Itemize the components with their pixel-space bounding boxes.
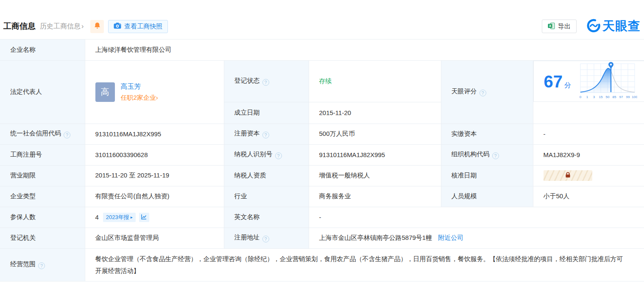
table-row: 经营范围? 餐饮企业管理（不含食品生产经营），企业管理咨询（除经纪），企业营销策… xyxy=(0,248,644,281)
company-name-value: 上海绿洋餐饮管理有限公司 xyxy=(85,39,644,61)
reg-address-value: 上海市金山区亭林镇南亭公路5879号1幢 xyxy=(319,234,432,242)
taxpayer-id-value: 91310116MA1J82X995 xyxy=(309,144,441,165)
insured-count-cell: 4 2023年报▸ xyxy=(85,207,224,228)
industry-value: 商务服务业 xyxy=(309,186,441,207)
line-chart-icon xyxy=(141,214,147,221)
help-icon[interactable]: ? xyxy=(262,132,269,138)
reg-capital-label: 注册资本? xyxy=(224,124,309,144)
brand-name: 天眼查 xyxy=(602,18,641,35)
help-icon[interactable]: ? xyxy=(480,90,486,96)
page-title: 工商信息 xyxy=(3,21,36,32)
nearby-companies-link[interactable]: 附近公司 xyxy=(438,234,463,242)
reg-status-label: 登记状态? xyxy=(224,61,309,102)
reg-capital-value: 500万人民币 xyxy=(309,124,441,144)
taxpayer-id-label: 纳税人识别号? xyxy=(224,144,309,165)
help-icon[interactable]: ? xyxy=(492,152,499,159)
score-distribution-chart: 0 1 3 15 50 85 97 99 100 xyxy=(578,61,637,101)
org-code-value: MA1J82X9-9 xyxy=(533,144,644,165)
score-label: 天眼评分? xyxy=(441,61,533,124)
english-name-label: 英文名称 xyxy=(224,207,309,228)
svg-text:0: 0 xyxy=(580,95,582,99)
table-row: 企业类型 有限责任公司(自然人独资) 行业 商务服务业 人员规模 小于50人 xyxy=(0,186,644,207)
establish-date-value: 2015-11-20 xyxy=(309,102,441,124)
svg-text:97: 97 xyxy=(619,95,623,99)
business-scope-value: 餐饮企业管理（不含食品生产经营），企业管理咨询（除经纪），企业营销策划，食用农产… xyxy=(85,248,644,281)
english-name-value: - xyxy=(309,207,644,228)
company-name-label: 企业名称 xyxy=(0,39,85,61)
insured-count-value: 4 xyxy=(95,214,99,221)
table-row: 企业名称 上海绿洋餐饮管理有限公司 xyxy=(0,39,644,61)
lock-icon xyxy=(565,172,571,179)
triangle-right-icon: ▸ xyxy=(131,215,133,219)
reg-number-value: 310116003390628 xyxy=(85,144,224,165)
business-term-label: 营业期限 xyxy=(0,165,85,186)
taxpayer-quality-label: 纳税人资质 xyxy=(224,165,309,186)
view-business-snapshot-button[interactable]: 查看工商快照 xyxy=(108,20,168,33)
establish-date-label: 成立日期 xyxy=(224,102,309,124)
score-number: 67分 xyxy=(544,73,572,90)
reg-address-label: 注册地址? xyxy=(224,228,309,248)
tianyancha-logo[interactable]: 天眼查 xyxy=(587,18,641,35)
staff-size-label: 人员规模 xyxy=(441,186,533,207)
credit-code-value: 91310116MA1J82X995 xyxy=(85,124,224,144)
legal-rep-name-link[interactable]: 高玉芳 xyxy=(121,82,158,91)
staff-size-value: 小于50人 xyxy=(533,186,644,207)
org-code-label: 组织机构代码? xyxy=(441,144,533,165)
legal-rep-avatar[interactable]: 高 xyxy=(95,82,115,102)
chevron-right-icon: › xyxy=(81,23,84,30)
company-type-label: 企业类型 xyxy=(0,186,85,207)
reg-address-cell: 上海市金山区亭林镇南亭公路5879号1幢 附近公司 xyxy=(309,228,644,248)
excel-icon: X xyxy=(548,23,555,31)
legal-rep-positions-link[interactable]: 任职2家企业› xyxy=(121,94,158,102)
help-icon[interactable]: ? xyxy=(262,236,269,242)
table-row: 营业期限 2015-11-20 至 2025-11-19 纳税人资质 增值税一般… xyxy=(0,165,644,186)
business-term-value: 2015-11-20 至 2025-11-19 xyxy=(85,165,224,186)
svg-text:1: 1 xyxy=(586,95,588,99)
taxpayer-quality-value: 增值税一般纳税人 xyxy=(309,165,441,186)
table-row: 登记机关 金山区市场监督管理局 注册地址? 上海市金山区亭林镇南亭公路5879号… xyxy=(0,228,644,248)
table-row: 工商注册号 310116003390628 纳税人识别号? 91310116MA… xyxy=(0,144,644,165)
legal-rep-cell: 高 高玉芳 任职2家企业› xyxy=(85,61,224,124)
bell-icon xyxy=(94,22,100,31)
industry-label: 行业 xyxy=(224,186,309,207)
svg-text:15: 15 xyxy=(599,95,603,99)
company-type-value: 有限责任公司(自然人独资) xyxy=(85,186,224,207)
score-cell: 67分 xyxy=(533,61,644,102)
approval-date-label: 核准日期 xyxy=(441,165,533,186)
approval-date-value xyxy=(533,165,644,186)
reg-number-label: 工商注册号 xyxy=(0,144,85,165)
svg-text:99: 99 xyxy=(626,95,630,99)
business-scope-label: 经营范围? xyxy=(0,248,85,281)
toolbar: 工商信息 历史工商信息› 查看工商快照 X 导出 天眼查 xyxy=(0,19,644,34)
insured-count-label: 参保人数 xyxy=(0,207,85,228)
help-icon[interactable]: ? xyxy=(275,152,282,159)
table-row: 参保人数 4 2023年报▸ 英文名称 - xyxy=(0,207,644,228)
credit-code-label: 统一社会信用代码? xyxy=(0,124,85,144)
reg-authority-value: 金山区市场监督管理局 xyxy=(85,228,224,248)
history-info-link[interactable]: 历史工商信息› xyxy=(40,22,84,31)
legal-rep-label: 法定代表人 xyxy=(0,61,85,124)
table-row: 统一社会信用代码? 91310116MA1J82X995 注册资本? 500万人… xyxy=(0,124,644,144)
svg-text:85: 85 xyxy=(613,95,616,99)
locked-value-placeholder[interactable] xyxy=(544,170,592,181)
help-icon[interactable]: ? xyxy=(64,132,70,138)
reg-authority-label: 登记机关 xyxy=(0,228,85,248)
notification-bell-button[interactable] xyxy=(90,20,104,33)
tianyancha-logo-icon xyxy=(587,19,600,34)
svg-text:50: 50 xyxy=(606,95,610,99)
business-info-table: 企业名称 上海绿洋餐饮管理有限公司 法定代表人 高 高玉芳 任职2家企业› 登记… xyxy=(0,39,644,281)
help-icon[interactable]: ? xyxy=(38,262,45,269)
export-button[interactable]: X 导出 xyxy=(542,20,577,33)
table-row: 法定代表人 高 高玉芳 任职2家企业› 登记状态? 存续 天眼评分? 67分 xyxy=(0,61,644,102)
reg-status-value: 存续 xyxy=(309,61,441,102)
insured-trend-button[interactable] xyxy=(139,213,149,222)
paid-capital-value: - xyxy=(533,124,644,144)
help-icon[interactable]: ? xyxy=(262,79,269,86)
svg-text:3: 3 xyxy=(593,95,595,99)
annual-report-tag[interactable]: 2023年报▸ xyxy=(103,213,136,222)
chevron-right-icon: › xyxy=(156,94,158,101)
paid-capital-label: 实缴资本 xyxy=(441,124,533,144)
svg-text:100: 100 xyxy=(632,95,637,99)
svg-text:X: X xyxy=(549,23,552,28)
camera-icon xyxy=(114,23,121,30)
